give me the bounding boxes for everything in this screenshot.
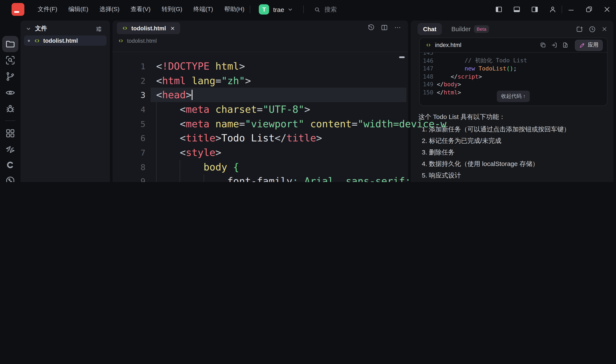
code-block-filename: index.html xyxy=(435,42,540,48)
menu-item[interactable]: 文件(F) xyxy=(32,3,63,16)
close-tab-icon[interactable] xyxy=(170,26,175,31)
layout-sidebar-right-icon[interactable] xyxy=(531,6,539,13)
text-cursor xyxy=(192,90,192,100)
workspace-badge: T xyxy=(259,4,269,14)
apply-button[interactable]: 应用 xyxy=(575,39,603,51)
activity-item-c-logo[interactable] xyxy=(5,160,15,170)
scrollbar-thumb[interactable] xyxy=(399,56,405,58)
line-number: 3 xyxy=(112,90,145,100)
minimize-button[interactable] xyxy=(567,6,575,13)
line-number: 6 xyxy=(112,133,145,143)
search-placeholder: 搜索 xyxy=(325,5,337,13)
new-file-icon[interactable] xyxy=(562,42,569,48)
new-chat-icon[interactable] xyxy=(576,26,583,33)
html-file-icon xyxy=(118,38,124,44)
tab-builder[interactable]: Builder xyxy=(451,26,471,32)
split-editor-icon[interactable] xyxy=(381,24,388,31)
beta-badge: Beta xyxy=(474,25,489,33)
debug-bug-icon xyxy=(5,104,15,114)
code-line-6: 6 <title>Todo List</title> xyxy=(112,131,408,145)
activity-item-ai-assistant[interactable] xyxy=(5,144,15,155)
code-text: <head> xyxy=(156,89,192,100)
close-panel-icon[interactable] xyxy=(602,26,607,32)
code-text: <html lang="zh"> xyxy=(156,75,251,86)
history-icon[interactable] xyxy=(368,24,375,31)
menu-item[interactable]: 编辑(E) xyxy=(63,3,94,16)
divider xyxy=(250,6,250,13)
filter-icon[interactable] xyxy=(96,26,102,32)
activity-item-debug-bug[interactable] xyxy=(5,104,15,114)
collapse-code-button[interactable]: 收起代码 ↑ xyxy=(497,91,530,102)
files-section-header[interactable]: 文件 xyxy=(26,25,47,32)
chat-code-line-145: 145 xyxy=(420,52,607,57)
code-line-9: 9 font-family: Arial, sans-serif; xyxy=(112,174,408,182)
divider xyxy=(420,52,607,52)
activity-item-files[interactable] xyxy=(5,39,15,49)
layout-panel-icon[interactable] xyxy=(513,6,520,13)
html-file-icon xyxy=(34,37,40,44)
divider xyxy=(5,120,15,121)
code-text: <style> xyxy=(156,147,221,158)
code-line-5: 5 <meta name="viewport" content="width=d… xyxy=(112,117,408,131)
line-number: 150 xyxy=(420,89,433,96)
code-line-3: 3<head> xyxy=(112,88,408,102)
app-logo-icon[interactable] xyxy=(12,3,24,16)
line-number: 147 xyxy=(420,65,433,72)
chat-code-line-148: 148 </script> xyxy=(420,72,607,80)
chat-header-icons xyxy=(576,26,607,33)
menu-item[interactable]: 转到(G) xyxy=(156,3,188,16)
line-number: 5 xyxy=(112,119,145,128)
code-text: <meta name="viewport" content="width=dev… xyxy=(156,118,446,129)
activity-item-extensions[interactable] xyxy=(5,128,15,138)
code-line-1: 1<!DOCTYPE html> xyxy=(112,59,408,73)
trae-ide-window: 文件(F)编辑(E)选择(S)查看(V)转到(G)终端(T)帮助(H) T tr… xyxy=(0,0,616,182)
remote-eye-icon xyxy=(5,88,15,98)
insert-code-icon[interactable] xyxy=(551,42,557,48)
line-number: 149 xyxy=(420,81,433,88)
html-file-icon xyxy=(426,42,431,48)
editor-toolbar xyxy=(368,24,401,31)
activity-item-search-scan[interactable] xyxy=(5,55,15,65)
close-button[interactable] xyxy=(603,6,611,13)
code-line-2: 2<html lang="zh"> xyxy=(112,73,408,88)
file-item-todolist[interactable]: todolist.html xyxy=(24,36,107,46)
search-scan-icon xyxy=(5,55,15,65)
account-icon[interactable] xyxy=(549,6,557,13)
menu-item[interactable]: 帮助(H) xyxy=(219,3,250,16)
line-number: 1 xyxy=(112,62,145,71)
layout-sidebar-left-icon[interactable] xyxy=(495,6,503,13)
chat-history-icon[interactable] xyxy=(589,26,596,33)
chat-panel-header: Chat Builder Beta xyxy=(418,22,607,36)
feature-item: 4. 数据持久化（使用 localStorage 存储） xyxy=(422,160,539,168)
line-number: 145 xyxy=(420,52,433,56)
c-logo-icon xyxy=(5,160,15,170)
line-number: 8 xyxy=(112,162,145,171)
code-text: // 初始化 Todo List xyxy=(437,57,527,65)
copy-icon[interactable] xyxy=(540,42,546,48)
git-branch-icon xyxy=(5,71,15,82)
line-number: 4 xyxy=(112,105,145,114)
activity-bar xyxy=(0,19,21,182)
activity-item-run-circle[interactable] xyxy=(5,176,15,182)
menu-bar: 文件(F)编辑(E)选择(S)查看(V)转到(G)终端(T)帮助(H) xyxy=(32,3,250,16)
breadcrumb[interactable]: todolist.html xyxy=(118,38,157,44)
code-editor[interactable]: 1<!DOCTYPE html>2<html lang="zh">3<head>… xyxy=(112,59,408,182)
tab-label: todolist.html xyxy=(131,25,166,31)
code-line-8: 8 body { xyxy=(112,160,408,174)
editor-tab-todolist[interactable]: todolist.html xyxy=(117,22,180,34)
files-section-label: 文件 xyxy=(35,25,47,32)
more-actions-icon[interactable] xyxy=(394,24,401,31)
html-file-icon xyxy=(122,25,128,31)
code-text: <title>Todo List</title> xyxy=(156,133,322,144)
menu-item[interactable]: 选择(S) xyxy=(94,3,125,16)
activity-item-remote-eye[interactable] xyxy=(5,88,15,98)
global-search[interactable]: 搜索 xyxy=(314,5,337,13)
menu-item[interactable]: 查看(V) xyxy=(125,3,156,16)
activity-item-git-branch[interactable] xyxy=(5,71,15,82)
code-line-7: 7 <style> xyxy=(112,145,408,160)
menu-item[interactable]: 终端(T) xyxy=(188,3,219,16)
file-name: todolist.html xyxy=(43,37,78,44)
tab-chat[interactable]: Chat xyxy=(418,23,442,35)
restore-button[interactable] xyxy=(585,6,593,13)
workspace-switcher[interactable]: T trae xyxy=(259,4,293,14)
